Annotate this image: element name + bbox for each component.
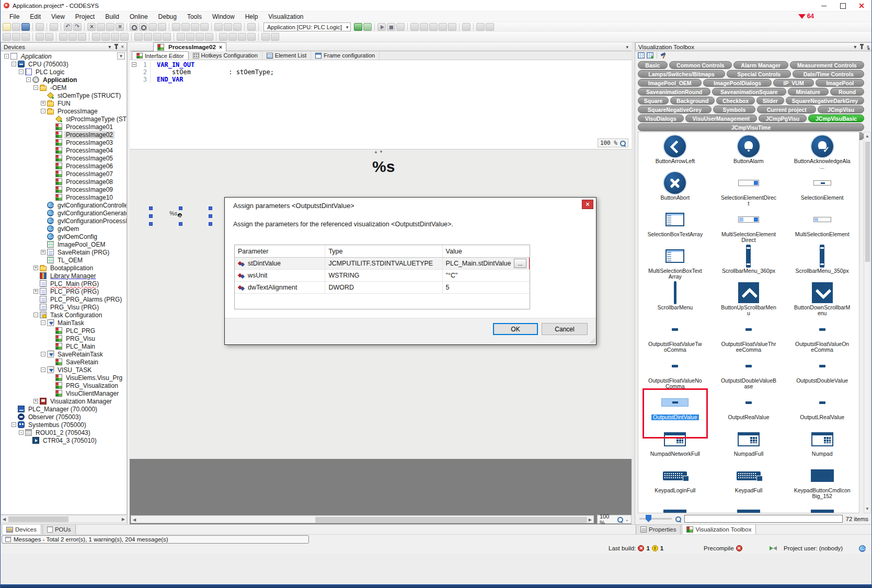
toolbox-category[interactable]: Slider	[756, 97, 784, 105]
editor-subtab[interactable]: Frame configuration	[311, 51, 380, 60]
tree-expander[interactable]	[33, 273, 38, 278]
toolbox-category[interactable]: Symbols	[713, 106, 755, 113]
tree-expander[interactable]	[26, 438, 31, 443]
ungroup-icon[interactable]	[228, 33, 237, 41]
browse-button[interactable]: ...	[514, 259, 526, 268]
tree-expander[interactable]	[49, 375, 54, 380]
tree-expander[interactable]: +	[41, 101, 45, 106]
ok-button[interactable]: OK	[493, 323, 538, 335]
toolbox-item[interactable]: MultiSelectionBoxTextArray	[638, 244, 712, 281]
tree-expander[interactable]: -	[19, 430, 24, 435]
editor-zoom-control[interactable]: 100 %	[598, 139, 628, 147]
stepinto-icon[interactable]	[420, 23, 428, 31]
tree-item[interactable]: gvlOemConfig	[1, 233, 127, 240]
toolbox-item[interactable]: ButtonArrowLeft	[638, 134, 712, 171]
scroll-right-icon[interactable]: ▶	[589, 517, 592, 523]
tree-item[interactable]: PLC_Main (PRG)	[1, 280, 127, 287]
tree-item[interactable]: ProcessImage09	[1, 186, 127, 193]
pre-compile-message-badge[interactable]: 64	[798, 13, 814, 20]
tree-expander[interactable]	[49, 195, 54, 200]
menu-item[interactable]: Help	[240, 12, 263, 21]
editor-subtab[interactable]: Hotkeys Configuration	[189, 51, 262, 60]
toolbox-vertical-scrollbar[interactable]: ▲ ▼	[864, 132, 871, 513]
tree-expander[interactable]	[41, 211, 45, 215]
tree-item[interactable]: ProcessImage10	[1, 193, 127, 201]
device-combo-arrow[interactable]: ▾	[117, 52, 125, 60]
toolbox-category[interactable]: Measurement Controls	[790, 61, 864, 69]
dialog-resize-grip[interactable]	[590, 338, 595, 343]
maximize-button[interactable]	[839, 2, 846, 9]
build-icon[interactable]	[214, 23, 223, 31]
tree-expander[interactable]	[41, 234, 45, 239]
parameter-value[interactable]: PLC_Main.stDintValue	[446, 260, 512, 267]
toolbox-item[interactable]: ButtonAlarm	[712, 134, 786, 171]
menu-item[interactable]: Edit	[25, 12, 45, 21]
group-leave-icon[interactable]	[247, 33, 256, 41]
toolbox-item[interactable]	[712, 500, 786, 513]
toolbox-item[interactable]: OutputLRealValue	[785, 390, 859, 427]
open-icon[interactable]	[12, 23, 20, 31]
pointer-icon[interactable]	[3, 33, 11, 41]
save-icon[interactable]	[21, 23, 30, 31]
tree-item[interactable]: ProcessImage07	[1, 170, 127, 178]
tree-expander[interactable]: -	[33, 85, 38, 90]
tree-expander[interactable]: -	[41, 320, 45, 325]
bottom-tab[interactable]: POUs	[42, 525, 76, 535]
editor-subtab[interactable]: Element List	[262, 51, 312, 60]
toolbox-item[interactable]: OutputstDoubleValueBase	[712, 354, 786, 390]
gridtoggle-icon[interactable]	[21, 33, 30, 41]
splitter-collapse-icon[interactable]: ▲▼	[374, 149, 384, 154]
active-application-combo[interactable]: Application [CPU: PLC Logic]▾	[263, 22, 351, 31]
tree-expander[interactable]	[49, 360, 54, 364]
toolbox-item[interactable]: OutputstDintValue	[638, 390, 712, 427]
tree-item[interactable]: - VISU_TASK	[1, 366, 127, 374]
tree-expander[interactable]: +	[41, 250, 45, 255]
options-icon[interactable]	[486, 23, 494, 31]
tree-expander[interactable]	[41, 218, 45, 223]
tree-item[interactable]: gvlConfigurationGenerator	[1, 209, 127, 217]
tree-item[interactable]: VisuElems.Visu_Prg	[1, 374, 127, 382]
align-bottom-icon[interactable]	[111, 33, 119, 41]
distribute-ha-icon[interactable]	[144, 33, 152, 41]
toolbox-search-input[interactable]	[684, 515, 843, 523]
align-centerh-icon[interactable]	[68, 33, 77, 41]
tree-expander[interactable]: -	[12, 62, 16, 66]
tree-expander[interactable]	[49, 124, 54, 129]
toolbox-category[interactable]: SaveanimationRound	[638, 88, 710, 96]
align-right-icon[interactable]	[78, 33, 86, 41]
column-header-parameter[interactable]: Parameter	[235, 245, 325, 257]
tree-item[interactable]: PLC_Manager (70.0000)	[1, 405, 127, 413]
play-icon[interactable]	[377, 23, 386, 31]
distribute-h-icon[interactable]	[134, 33, 143, 41]
toolbox-item[interactable]: OutputstDoubleValue	[785, 354, 859, 390]
toolbox-category[interactable]: Round	[830, 88, 864, 96]
tree-item[interactable]: gvlConfigurationProcessImage	[1, 217, 127, 225]
panel-menu-icon[interactable]: ▾	[854, 44, 856, 50]
tree-expander[interactable]: -	[12, 422, 16, 427]
scroll-left-icon[interactable]: ◀	[133, 517, 136, 523]
slider-thumb[interactable]	[646, 515, 651, 522]
panel-menu-icon[interactable]: ▾	[108, 44, 111, 50]
tree-item[interactable]: PRG_Visualization	[1, 382, 127, 389]
tree-expander[interactable]	[49, 132, 54, 137]
menu-item[interactable]: Tools	[182, 12, 206, 21]
toolbox-item[interactable]: ButtonDownScrollbarMenu	[785, 281, 859, 317]
tree-expander[interactable]	[41, 242, 45, 247]
toolbox-category[interactable]: VisuDialogs	[638, 114, 684, 122]
toolbox-item[interactable]: Numpad	[785, 427, 859, 464]
align-top-icon[interactable]	[92, 33, 100, 41]
tree-item[interactable]: gvlConfigurationController	[1, 201, 127, 209]
selected-element-text[interactable]: %s	[169, 210, 177, 216]
tree-item[interactable]: PRG_Visu	[1, 335, 127, 342]
toolbox-item[interactable]: OutputstFloatValueThreeComma	[712, 317, 786, 354]
toolbox-item[interactable]: OutputstFloatValueTwoComma	[638, 317, 712, 354]
toolbox-category[interactable]: JCmpVisuTime	[638, 123, 864, 131]
tree-item[interactable]: Observer (705003)	[1, 413, 127, 421]
toolbox-category[interactable]: Date/Time Controls	[793, 70, 864, 78]
toolbox-category[interactable]: Current project	[757, 106, 816, 113]
tree-item[interactable]: - MainTask	[1, 319, 127, 327]
toolbox-category[interactable]: Checkbox	[716, 97, 755, 105]
dialog-title-bar[interactable]: Assign parameters <OutputstDintValue> ×	[225, 198, 596, 213]
toolbox-item[interactable]	[785, 500, 859, 513]
order-fwd-icon[interactable]	[196, 33, 204, 41]
